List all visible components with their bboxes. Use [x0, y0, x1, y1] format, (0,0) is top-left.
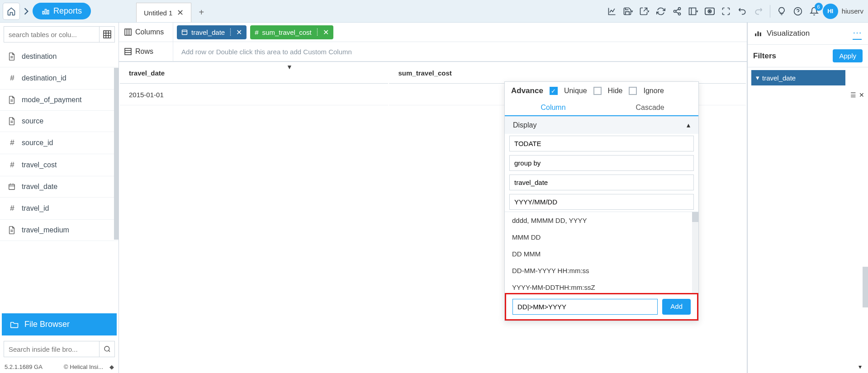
help-icon[interactable]	[790, 4, 806, 19]
svg-rect-34	[125, 29, 131, 35]
file-browser-button[interactable]: File Browser	[2, 313, 117, 335]
field-item[interactable]: destination	[0, 46, 119, 67]
format-option[interactable]: DD MMM	[505, 246, 698, 262]
grid-view-button[interactable]	[100, 26, 115, 42]
search-input[interactable]	[4, 26, 100, 42]
field-label: travel_medium	[22, 226, 69, 234]
caret-down-icon[interactable]: ▼	[286, 63, 293, 71]
sidebar: destination#destination_idmode_of_paymen…	[0, 23, 119, 373]
search-icon[interactable]	[100, 341, 115, 357]
bulb-icon[interactable]	[774, 4, 789, 19]
svg-rect-39	[125, 48, 131, 55]
reports-pill[interactable]: Reports	[33, 3, 91, 19]
right-scrollbar[interactable]	[863, 267, 868, 307]
ignore-checkbox[interactable]	[629, 87, 637, 95]
visualization-label: Visualization	[767, 29, 810, 38]
unique-checkbox[interactable]: ✓	[550, 87, 558, 95]
table-header[interactable]: sum_travel_cost	[389, 63, 746, 84]
hide-label: Hide	[608, 87, 623, 95]
display-input[interactable]	[509, 175, 694, 190]
field-item[interactable]: #travel_id	[0, 198, 119, 220]
svg-point-4	[674, 10, 676, 12]
format-option[interactable]: dddd, MMMM DD, YYYY	[505, 212, 698, 229]
field-item[interactable]: travel_date	[0, 176, 119, 198]
hash-icon: #	[8, 74, 16, 83]
field-item[interactable]: #travel_cost	[0, 154, 119, 176]
notification-icon[interactable]: 6	[806, 4, 822, 19]
footer-caret-icon[interactable]: ◆	[109, 364, 114, 370]
display-input[interactable]	[509, 136, 694, 151]
undo-icon[interactable]	[735, 4, 750, 19]
format-option[interactable]: MMM DD	[505, 229, 698, 246]
refresh-icon[interactable]	[653, 4, 669, 19]
display-section-header[interactable]: Display ▴	[505, 116, 698, 134]
sidebar-scrollbar[interactable]	[114, 68, 119, 240]
chip-label: sum_travel_cost	[262, 28, 312, 36]
field-item[interactable]: travel_medium	[0, 220, 119, 241]
layout-icon[interactable]: ▾	[686, 4, 701, 19]
svg-line-6	[676, 9, 678, 10]
home-button[interactable]	[3, 3, 20, 20]
table-header[interactable]: travel_date	[120, 63, 388, 84]
chip-label: travel_date	[191, 28, 225, 36]
chart-icon[interactable]	[604, 4, 620, 19]
close-icon[interactable]: ✕	[859, 91, 864, 99]
format-option[interactable]: YYYY-MM-DDTHH:mm:ssZ	[505, 279, 698, 293]
rows-shelf[interactable]: Add row or Double click this area to add…	[173, 46, 747, 57]
format-options-list: dddd, MMMM DD, YYYYMMM DDDD MMMDD-MM-YYY…	[505, 212, 698, 293]
svg-rect-37	[182, 30, 187, 34]
svg-point-32	[104, 346, 109, 351]
column-chip[interactable]: travel_date┊✕	[177, 25, 247, 39]
field-label: source_id	[22, 139, 53, 147]
field-label: travel_id	[22, 204, 49, 212]
notification-badge: 6	[815, 3, 823, 11]
export-icon[interactable]: ▾	[637, 4, 652, 19]
right-panel: Visualization ⋯ Filters Apply ▾ travel_d…	[747, 23, 868, 373]
close-icon[interactable]: ✕	[323, 28, 329, 37]
svg-point-12	[709, 10, 710, 12]
field-list: destination#destination_idmode_of_paymen…	[0, 46, 119, 312]
column-settings-popup: Advance ✓ Unique Hide Ignore Column Casc…	[504, 81, 699, 321]
columns-shelf[interactable]: travel_date┊✕#sum_travel_cost┊✕	[173, 24, 747, 41]
close-icon[interactable]: ✕	[236, 28, 242, 37]
tab-column[interactable]: Column	[505, 100, 602, 115]
column-chip[interactable]: #sum_travel_cost┊✕	[250, 25, 333, 39]
field-item[interactable]: #source_id	[0, 132, 119, 154]
format-option[interactable]: DD-MM-YYYY HH:mm:ss	[505, 262, 698, 279]
divider-icon: ┊	[228, 28, 232, 36]
share-icon[interactable]	[669, 4, 685, 19]
svg-rect-44	[760, 33, 761, 36]
caret-down-icon[interactable]: ▾	[859, 363, 862, 370]
fullscreen-icon[interactable]	[718, 4, 734, 19]
file-icon	[8, 117, 16, 125]
cal-icon	[8, 183, 16, 190]
apply-button[interactable]: Apply	[833, 49, 863, 62]
format-scrollbar[interactable]	[692, 212, 698, 293]
add-tab-button[interactable]: +	[191, 3, 211, 22]
filter-chip[interactable]: ▾ travel_date	[751, 70, 845, 85]
field-label: travel_cost	[22, 161, 57, 169]
display-input[interactable]	[509, 194, 694, 210]
save-icon[interactable]: ▾	[621, 4, 636, 19]
document-tab[interactable]: Untitled 1 ✕	[136, 3, 191, 22]
display-input[interactable]	[509, 155, 694, 171]
field-item[interactable]: source	[0, 111, 119, 132]
file-browser-search-input[interactable]	[4, 341, 100, 357]
eye-icon[interactable]	[702, 4, 717, 19]
hide-checkbox[interactable]	[593, 87, 602, 95]
field-item[interactable]: #destination_id	[0, 67, 119, 90]
avatar[interactable]: HI	[823, 4, 838, 19]
list-icon[interactable]: ☰	[850, 91, 856, 99]
file-icon	[8, 226, 16, 234]
tab-cascade[interactable]: Cascade	[602, 100, 698, 115]
more-icon[interactable]: ⋯	[853, 27, 862, 40]
field-label: source	[22, 117, 43, 125]
custom-format-input[interactable]	[512, 299, 658, 315]
redo-icon[interactable]	[751, 4, 766, 19]
field-item[interactable]: mode_of_payment	[0, 90, 119, 111]
chevron-right-icon[interactable]	[20, 3, 33, 20]
add-button[interactable]: Add	[662, 299, 691, 315]
hash-icon: #	[255, 28, 258, 36]
svg-line-33	[109, 350, 110, 352]
close-icon[interactable]: ✕	[177, 8, 184, 18]
